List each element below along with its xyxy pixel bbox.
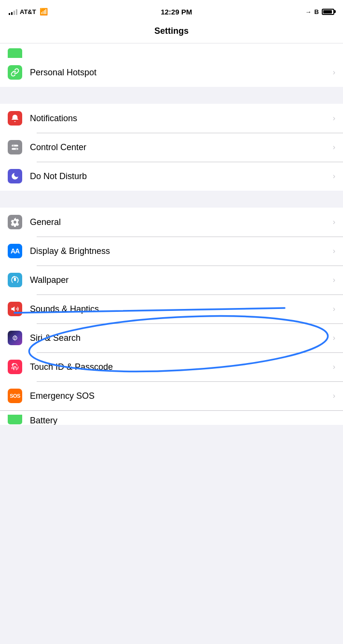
notifications-label: Notifications: [30, 113, 329, 124]
personal-hotspot-icon: [8, 65, 22, 80]
siri-search-row[interactable]: Siri & Search ›: [0, 323, 343, 352]
nav-bar: Settings: [0, 21, 343, 43]
control-center-icon: [8, 140, 22, 154]
siri-search-label: Siri & Search: [30, 333, 329, 343]
bluetooth-icon: B: [315, 8, 319, 15]
status-bar: AT&T 📶 12:29 PM → B: [0, 0, 343, 21]
wifi-icon: 📶: [40, 8, 48, 15]
touch-id-chevron: ›: [333, 363, 335, 371]
emergency-sos-chevron: ›: [333, 392, 335, 400]
page-wrapper: AT&T 📶 12:29 PM → B Settings: [0, 0, 343, 425]
sounds-haptics-icon: [8, 302, 22, 316]
emergency-sos-label: Emergency SOS: [30, 391, 329, 401]
partial-top-icon: [8, 48, 22, 58]
sounds-haptics-chevron: ›: [333, 305, 335, 313]
display-brightness-chevron: ›: [333, 247, 335, 255]
display-brightness-row[interactable]: AA Display & Brightness ›: [0, 237, 343, 266]
control-center-label: Control Center: [30, 142, 329, 153]
svg-marker-7: [12, 307, 15, 312]
page-title: Settings: [154, 26, 189, 36]
battery-partial-row: Battery: [0, 410, 343, 425]
do-not-disturb-icon: [8, 169, 22, 183]
section-general: General › AA Display & Brightness › Wall…: [0, 208, 343, 410]
general-icon: [8, 215, 22, 229]
section-gap-2: [0, 191, 343, 208]
section-battery-partial: Battery: [0, 410, 343, 425]
wallpaper-icon: [8, 273, 22, 287]
display-brightness-label: Display & Brightness: [30, 246, 329, 256]
siri-search-icon: [8, 331, 22, 345]
notifications-icon: [8, 111, 22, 126]
touch-id-row[interactable]: Touch ID & Passcode ›: [0, 352, 343, 381]
personal-hotspot-row[interactable]: Personal Hotspot ›: [0, 58, 343, 87]
battery-partial-label: Battery: [30, 415, 57, 425]
do-not-disturb-row[interactable]: Do Not Disturb ›: [0, 162, 343, 191]
personal-hotspot-chevron: ›: [333, 68, 335, 77]
siri-search-chevron: ›: [333, 334, 335, 342]
display-brightness-icon: AA: [8, 244, 22, 258]
battery-fill: [323, 10, 332, 14]
notifications-chevron: ›: [333, 114, 335, 123]
do-not-disturb-label: Do Not Disturb: [30, 171, 329, 182]
top-partial-section: [0, 43, 343, 58]
emergency-sos-row[interactable]: SOS Emergency SOS ›: [0, 381, 343, 410]
section-gap-1: [0, 87, 343, 104]
emergency-sos-icon: SOS: [8, 389, 22, 403]
section-notifications: Notifications › Control Center ›: [0, 104, 343, 191]
control-center-chevron: ›: [333, 143, 335, 152]
touch-id-icon: [8, 360, 22, 374]
control-center-row[interactable]: Control Center ›: [0, 133, 343, 162]
personal-hotspot-label: Personal Hotspot: [30, 68, 329, 78]
status-right: → B: [305, 8, 334, 15]
battery-icon: [322, 9, 334, 15]
partial-top-row: [0, 43, 343, 58]
sounds-haptics-label: Sounds & Haptics: [30, 304, 329, 314]
svg-point-5: [16, 148, 17, 149]
time-label: 12:29 PM: [161, 8, 192, 16]
svg-rect-0: [12, 145, 18, 147]
sounds-haptics-row[interactable]: Sounds & Haptics ›: [0, 294, 343, 323]
general-row[interactable]: General ›: [0, 208, 343, 237]
wallpaper-chevron: ›: [333, 276, 335, 284]
general-chevron: ›: [333, 218, 335, 226]
location-icon: →: [305, 8, 312, 15]
touch-id-label: Touch ID & Passcode: [30, 362, 329, 372]
do-not-disturb-chevron: ›: [333, 172, 335, 181]
section-hotspot: Personal Hotspot ›: [0, 58, 343, 87]
wallpaper-row[interactable]: Wallpaper ›: [0, 266, 343, 294]
svg-point-4: [13, 145, 14, 146]
signal-bars-icon: [9, 8, 17, 15]
notifications-row[interactable]: Notifications ›: [0, 104, 343, 133]
general-label: General: [30, 217, 329, 227]
battery-partial-icon: [8, 415, 22, 424]
status-left: AT&T 📶: [9, 8, 48, 15]
wallpaper-label: Wallpaper: [30, 275, 329, 285]
carrier-label: AT&T: [20, 8, 36, 15]
svg-rect-1: [12, 148, 18, 150]
